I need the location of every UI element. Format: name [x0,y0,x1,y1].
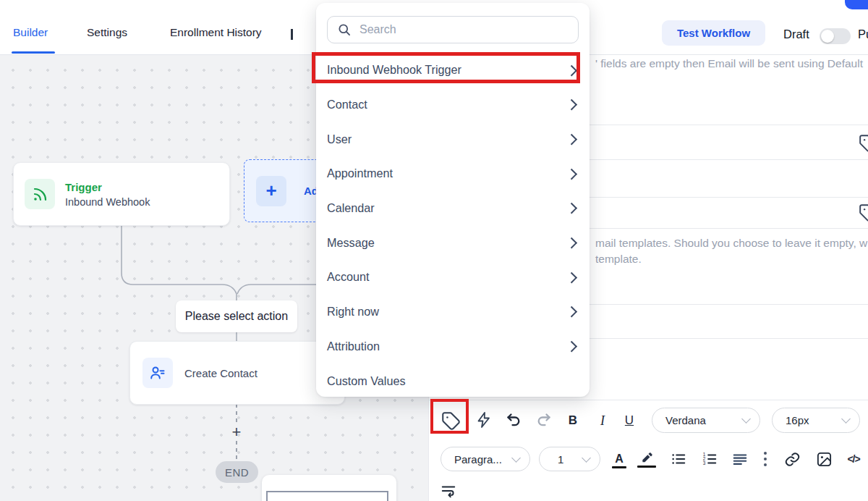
merge-tag-button[interactable] [436,406,465,435]
add-step-plus[interactable]: + [228,423,245,442]
tab-enrollment-history[interactable]: Enrollment History [170,11,262,54]
image-icon[interactable] [814,450,834,468]
italic-button[interactable]: I [592,411,613,431]
chevron-right-icon [566,237,576,248]
tab-builder[interactable]: Builder [13,11,48,54]
trigger-link-icon[interactable] [472,408,495,431]
tag-icon[interactable] [859,134,868,153]
end-badge: END [216,461,258,483]
chevron-down-icon [841,414,851,424]
menu-item-contact[interactable]: Contact [316,88,590,122]
field-divider [429,400,868,400]
link-icon[interactable] [782,450,802,468]
bottom-partial-card [262,475,396,501]
line-height-value: 1 [558,453,563,466]
chevron-right-icon [566,203,576,214]
create-contact-label: Create Contact [184,367,258,379]
plus-icon: + [256,176,286,206]
text-color-button[interactable]: A [610,450,629,468]
editor-note-line2: template. [595,253,642,266]
cropped-blue-button [845,0,868,9]
chevron-right-icon [566,272,576,283]
trigger-node[interactable]: Trigger Inbound Webhook [13,162,230,226]
menu-item-custom-values[interactable]: Custom Values [316,363,590,398]
publish-label-fragment: Pu [858,28,868,41]
bold-button[interactable]: B [563,411,583,431]
editor-note-top: ' fields are empty then Email will be se… [595,57,863,70]
menu-item-list: Inbound Webhook Trigger Contact User App… [316,53,590,398]
workflow-action-menu: Inbound Webhook Trigger Contact User App… [316,3,590,397]
paragraph-style-select[interactable]: Paragra... [441,447,530,471]
redo-icon[interactable] [532,408,555,431]
hidden-tab-fragment [291,29,293,40]
contact-icon [142,358,173,388]
chevron-right-icon [566,341,576,352]
bullet-list-icon[interactable] [669,450,688,468]
underline-button[interactable]: U [619,411,639,431]
workflow-builder-screen: Trigger Inbound Webhook + Add Please sel… [0,0,868,501]
menu-item-account[interactable]: Account [316,260,590,295]
menu-item-calendar[interactable]: Calendar [316,191,590,226]
search-icon [337,22,352,37]
publish-toggle[interactable] [820,28,851,44]
trigger-node-subtitle: Inbound Webhook [65,196,150,208]
more-options-kebab-icon[interactable] [760,450,771,468]
menu-item-attribution[interactable]: Attribution [316,329,590,364]
menu-item-right-now[interactable]: Right now [316,295,590,329]
create-contact-node[interactable]: Create Contact [129,341,345,405]
menu-item-message[interactable]: Message [316,225,590,260]
menu-item-inbound-webhook-trigger[interactable]: Inbound Webhook Trigger [316,53,590,88]
webhook-icon [25,179,55,209]
paragraph-style-value: Paragra... [454,453,502,466]
align-justify-icon[interactable] [731,450,749,468]
chevron-down-icon [511,453,521,463]
chevron-down-icon [582,453,591,463]
tab-settings[interactable]: Settings [87,11,127,54]
trigger-node-title: Trigger [65,181,150,193]
undo-icon[interactable] [503,408,526,431]
chevron-down-icon [741,414,751,424]
code-view-icon[interactable]: </> [843,450,864,468]
highlight-color-button[interactable] [637,448,656,467]
draft-label: Draft [783,28,809,41]
numbered-list-icon[interactable]: 1 2 3 [700,450,719,468]
menu-search-box[interactable] [327,16,579,43]
active-tab-underline [12,51,55,54]
search-input[interactable] [358,22,571,37]
svg-text:3: 3 [703,460,706,466]
chevron-right-icon [566,134,576,145]
menu-item-user[interactable]: User [316,122,590,156]
chevron-right-icon [566,64,576,75]
toggle-knob [821,30,834,43]
font-size-value: 16px [786,414,809,426]
chevron-right-icon [566,168,576,179]
line-height-select[interactable]: 1 [539,447,600,471]
font-family-value: Verdana [665,414,706,426]
editor-note-line1: mail templates. Should you choose to lea… [595,237,867,250]
tag-icon[interactable] [859,203,868,222]
select-action-label: Please select action [176,300,297,332]
font-size-select[interactable]: 16px [772,408,860,433]
test-workflow-button[interactable]: Test Workflow [662,20,765,46]
chevron-right-icon [566,306,576,317]
chevron-right-icon [566,99,576,110]
menu-item-appointment[interactable]: Appointment [316,156,590,191]
bottom-card-field[interactable] [266,491,388,501]
font-family-select[interactable]: Verdana [652,408,760,433]
text-wrap-icon[interactable] [439,481,458,500]
